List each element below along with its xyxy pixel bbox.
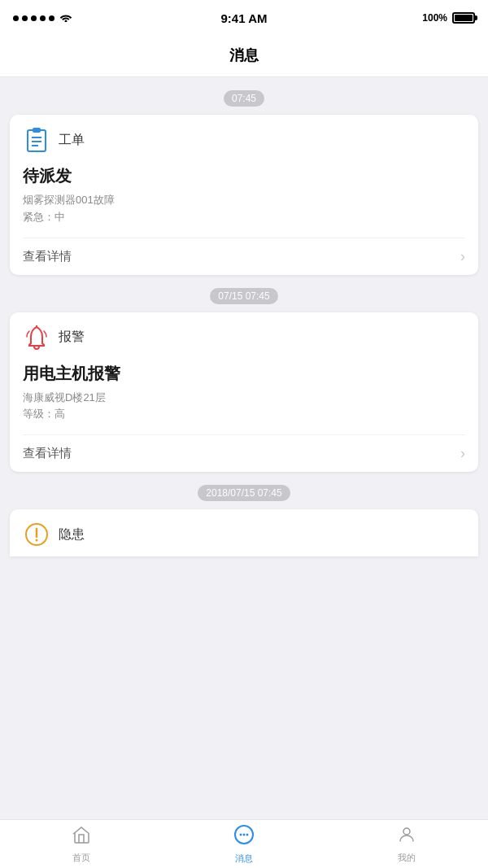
message-list: 07:45 工单 待派发 烟雾探测器001故障 紧急：中 bbox=[0, 77, 488, 819]
svg-point-8 bbox=[36, 539, 38, 542]
card-alarm-footer[interactable]: 查看详情 › bbox=[10, 435, 478, 472]
battery-percentage: 100% bbox=[422, 12, 447, 24]
wifi-icon bbox=[59, 11, 72, 24]
card-workorder-desc: 烟雾探测器001故障 紧急：中 bbox=[23, 192, 465, 226]
tab-bar: 首页 消息 我的 bbox=[0, 819, 488, 868]
timestamp-1: 07:45 bbox=[0, 77, 488, 115]
status-left bbox=[13, 11, 72, 24]
svg-point-12 bbox=[246, 833, 249, 835]
card-alarm-action: 查看详情 bbox=[23, 446, 72, 461]
tab-home-label: 首页 bbox=[72, 852, 90, 864]
timestamp-pill-2: 07/15 07:45 bbox=[210, 288, 277, 304]
timestamp-pill-1: 07:45 bbox=[224, 90, 264, 107]
svg-point-10 bbox=[240, 833, 242, 835]
battery-icon bbox=[452, 12, 475, 24]
svg-point-13 bbox=[403, 828, 410, 835]
card-workorder-body: 待派发 烟雾探测器001故障 紧急：中 bbox=[10, 162, 478, 238]
alarm-bell-icon bbox=[23, 324, 50, 351]
status-bar: 9:41 AM 100% bbox=[0, 0, 488, 36]
card-hazard-header: 隐患 bbox=[10, 509, 478, 556]
status-right: 100% bbox=[422, 12, 475, 24]
page-header: 消息 bbox=[0, 36, 488, 77]
clipboard-icon bbox=[23, 126, 50, 154]
status-time: 9:41 AM bbox=[221, 11, 268, 25]
card-alarm: 报警 用电主机报警 海康威视D楼21层 等级：高 查看详情 › bbox=[10, 312, 478, 473]
card-alarm-title: 用电主机报警 bbox=[23, 363, 465, 385]
card-alarm-body: 用电主机报警 海康威视D楼21层 等级：高 bbox=[10, 360, 478, 435]
card-workorder: 工单 待派发 烟雾探测器001故障 紧急：中 查看详情 › bbox=[10, 115, 478, 275]
tab-message-label: 消息 bbox=[235, 853, 253, 865]
card-alarm-desc: 海康威视D楼21层 等级：高 bbox=[23, 390, 465, 424]
card-alarm-header: 报警 bbox=[10, 312, 478, 360]
tab-profile[interactable]: 我的 bbox=[325, 820, 488, 868]
message-icon bbox=[233, 824, 255, 850]
tab-profile-label: 我的 bbox=[398, 852, 416, 864]
timestamp-2: 07/15 07:45 bbox=[0, 275, 488, 312]
card-workorder-type: 工单 bbox=[59, 132, 85, 149]
hazard-icon bbox=[23, 521, 50, 548]
tab-home[interactable]: 首页 bbox=[0, 820, 163, 868]
card-workorder-action: 查看详情 bbox=[23, 249, 72, 264]
home-icon bbox=[72, 825, 91, 849]
card-hazard: 隐患 bbox=[10, 509, 478, 556]
svg-point-11 bbox=[243, 833, 246, 835]
timestamp-pill-3: 2018/07/15 07:45 bbox=[198, 485, 290, 501]
card-hazard-type: 隐患 bbox=[59, 526, 85, 543]
chevron-right-icon: › bbox=[460, 248, 465, 265]
page-title: 消息 bbox=[229, 47, 259, 63]
person-icon bbox=[397, 825, 416, 849]
card-alarm-type: 报警 bbox=[59, 329, 85, 346]
card-workorder-title: 待派发 bbox=[23, 165, 465, 187]
signal-dots bbox=[13, 15, 54, 21]
timestamp-3: 2018/07/15 07:45 bbox=[0, 472, 488, 509]
svg-rect-1 bbox=[33, 128, 41, 133]
tab-message[interactable]: 消息 bbox=[163, 820, 325, 868]
card-workorder-footer[interactable]: 查看详情 › bbox=[10, 238, 478, 275]
chevron-right-icon-2: › bbox=[460, 445, 465, 462]
card-workorder-header: 工单 bbox=[10, 115, 478, 162]
